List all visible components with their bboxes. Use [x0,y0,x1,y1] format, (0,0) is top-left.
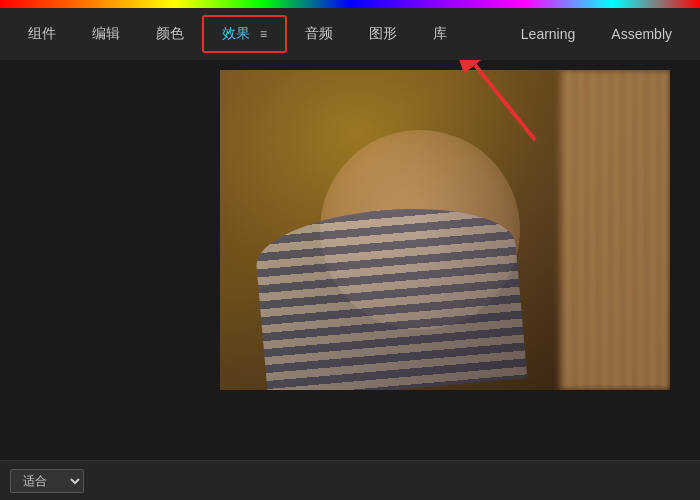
top-rainbow-bar [0,0,700,8]
menu-item-color[interactable]: 颜色 [138,17,202,51]
menu-item-graphics[interactable]: 图形 [351,17,415,51]
menu-item-assembly[interactable]: Assembly [593,18,690,50]
menu-bar: 组件 编辑 颜色 效果 ≡ 音频 图形 库 Learning Assembly [0,8,700,60]
left-panel [0,60,190,460]
menu-item-audio[interactable]: 音频 [287,17,351,51]
main-content [0,60,700,460]
preview-image [220,70,670,390]
preview-area [190,60,700,460]
menu-item-learning[interactable]: Learning [503,18,594,50]
menu-item-library[interactable]: 库 [415,17,465,51]
fit-dropdown[interactable]: 适合 填充 原始 自定义 [10,469,84,493]
censored-area [560,70,670,390]
menu-item-components[interactable]: 组件 [10,17,74,51]
menu-item-effects[interactable]: 效果 ≡ [202,15,287,53]
bottom-bar: 适合 填充 原始 自定义 [0,460,700,500]
effects-menu-icon: ≡ [260,27,267,41]
menu-item-edit[interactable]: 编辑 [74,17,138,51]
